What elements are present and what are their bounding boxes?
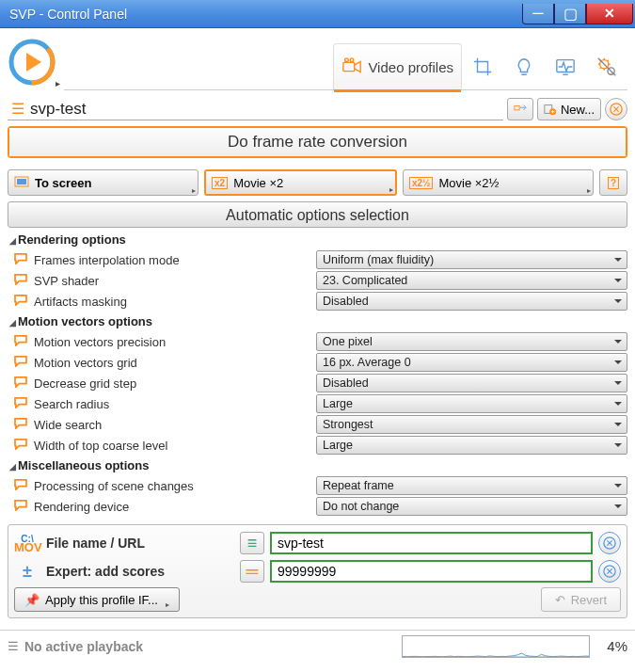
playback-menu-icon[interactable]: ☰ xyxy=(8,639,19,653)
section-rendering[interactable]: Rendering options xyxy=(8,230,627,249)
window-title: SVP - Control Panel xyxy=(0,7,522,22)
match-mode-filename-button[interactable]: ≡ xyxy=(240,532,264,554)
screen-icon xyxy=(14,176,29,189)
svg-point-4 xyxy=(345,58,349,62)
opt-artifacts-label: Artifacts masking xyxy=(34,295,316,309)
opt-svp-shader-select[interactable]: 23. Complicated xyxy=(316,271,627,290)
cpu-percent: 4% xyxy=(590,638,627,654)
opt-wide-search-select[interactable]: Strongest xyxy=(316,415,627,434)
lightbulb-icon xyxy=(514,56,534,77)
app-logo[interactable]: ▸ xyxy=(8,38,64,90)
opt-search-radius-select[interactable]: Large xyxy=(316,394,627,413)
mode-help-button[interactable]: ? xyxy=(599,169,627,196)
window-maximize-button[interactable]: ▢ xyxy=(554,4,586,24)
bubble-icon xyxy=(8,418,34,432)
opt-render-device-select[interactable]: Do not change xyxy=(316,497,627,516)
expert-label: Expert: add scores xyxy=(46,564,234,579)
window-titlebar: SVP - Control Panel ─ ▢ ✕ xyxy=(0,0,635,28)
bubble-icon xyxy=(8,356,34,370)
gear-bug-icon xyxy=(596,56,617,77)
opt-scene-changes-select[interactable]: Repeat frame xyxy=(316,476,627,495)
mode-movie-x2-5[interactable]: x2½ Movie ×2½ xyxy=(403,169,594,196)
new-profile-button[interactable]: New... xyxy=(537,98,601,120)
opt-width-coarse-label: Width of top coarse level xyxy=(34,439,316,453)
svg-marker-2 xyxy=(26,53,41,72)
x2-5-icon: x2½ xyxy=(409,177,433,189)
bubble-icon xyxy=(8,295,34,309)
opt-decrease-grid-label: Decrease grid step xyxy=(34,376,316,391)
opt-mv-precision-label: Motion vectors precision xyxy=(34,335,316,349)
window-close-button[interactable]: ✕ xyxy=(586,4,633,24)
match-mode-expert-button[interactable]: ═ xyxy=(240,560,264,583)
svg-rect-3 xyxy=(343,62,355,71)
profile-action-button[interactable] xyxy=(507,98,533,120)
filename-label: File name / URL xyxy=(46,536,234,551)
close-icon xyxy=(603,536,616,550)
revert-button[interactable]: ↶ Revert xyxy=(541,587,621,612)
heart-monitor-icon xyxy=(555,56,576,77)
svg-point-5 xyxy=(351,58,355,62)
close-icon xyxy=(610,103,623,116)
bubble-icon xyxy=(8,397,34,411)
mov-badge-icon: C:\MOV xyxy=(14,535,40,552)
status-bar: ☰ No active playback 4% xyxy=(0,630,635,662)
new-icon xyxy=(544,103,557,116)
opt-mv-grid-label: Motion vectors grid xyxy=(34,356,316,370)
status-text: No active playback xyxy=(24,639,143,654)
plus-minus-icon: ± xyxy=(14,562,40,582)
mode-movie-x2[interactable]: x2 Movie ×2 xyxy=(204,169,397,196)
mode-to-screen[interactable]: To screen xyxy=(8,169,198,196)
profile-name-field[interactable]: ☰ svp-test xyxy=(8,98,503,120)
hamburger-icon: ☰ xyxy=(8,100,28,118)
bubble-icon xyxy=(8,500,34,514)
question-icon: ? xyxy=(608,177,619,189)
close-icon xyxy=(603,565,616,578)
undo-icon: ↶ xyxy=(555,593,565,607)
delete-profile-button[interactable] xyxy=(605,98,627,120)
opt-frames-interp-label: Frames interpolation mode xyxy=(34,253,316,267)
performance-graph xyxy=(402,635,590,658)
opt-mv-grid-select[interactable]: 16 px. Average 0 xyxy=(316,353,627,372)
opt-search-radius-label: Search radius xyxy=(34,397,316,411)
opt-artifacts-select[interactable]: Disabled xyxy=(316,292,627,311)
svg-rect-9 xyxy=(515,106,519,110)
opt-render-device-label: Rendering device xyxy=(34,500,316,514)
auto-options-header[interactable]: Automatic options selection xyxy=(8,201,627,228)
apply-if-button[interactable]: 📌 Apply this profile IF... xyxy=(14,587,180,612)
section-misc[interactable]: Miscellaneous options xyxy=(8,456,627,475)
opt-svp-shader-label: SVP shader xyxy=(34,274,316,288)
bubble-icon xyxy=(8,479,34,493)
bubble-icon xyxy=(8,376,34,391)
profile-name: svp-test xyxy=(28,100,87,119)
bubble-icon xyxy=(8,335,34,349)
pin-icon: 📌 xyxy=(24,593,40,607)
expert-input[interactable] xyxy=(270,560,593,583)
bubble-icon xyxy=(8,253,34,267)
tab-monitor[interactable] xyxy=(545,43,586,89)
opt-mv-precision-select[interactable]: One pixel xyxy=(316,332,627,351)
tab-settings[interactable] xyxy=(586,43,627,89)
section-motion[interactable]: Motion vectors options xyxy=(8,312,627,331)
opt-width-coarse-select[interactable]: Large xyxy=(316,436,627,455)
bubble-icon xyxy=(8,274,34,288)
opt-decrease-grid-select[interactable]: Disabled xyxy=(316,374,627,392)
tab-hints[interactable] xyxy=(503,43,545,89)
panel-header[interactable]: Do frame rate conversion xyxy=(9,128,626,156)
x2-icon: x2 xyxy=(212,177,228,189)
opt-scene-changes-label: Processing of scene changes xyxy=(34,479,316,493)
window-minimize-button[interactable]: ─ xyxy=(522,4,554,24)
bubble-icon xyxy=(8,439,34,453)
tab-crop[interactable] xyxy=(462,43,503,89)
tab-video-profiles-label: Video profiles xyxy=(368,59,453,75)
crop-icon xyxy=(472,56,493,77)
camera-icon xyxy=(341,56,362,77)
clear-filename-button[interactable] xyxy=(598,532,621,554)
tab-video-profiles[interactable]: Video profiles xyxy=(333,43,462,89)
filename-input[interactable] xyxy=(270,532,593,554)
profile-flow-icon xyxy=(514,103,527,116)
clear-expert-button[interactable] xyxy=(598,560,621,583)
svg-rect-14 xyxy=(17,179,26,184)
opt-wide-search-label: Wide search xyxy=(34,418,316,432)
opt-frames-interp-select[interactable]: Uniform (max fluidity) xyxy=(316,250,627,269)
logo-menu-indicator-icon: ▸ xyxy=(56,78,60,88)
